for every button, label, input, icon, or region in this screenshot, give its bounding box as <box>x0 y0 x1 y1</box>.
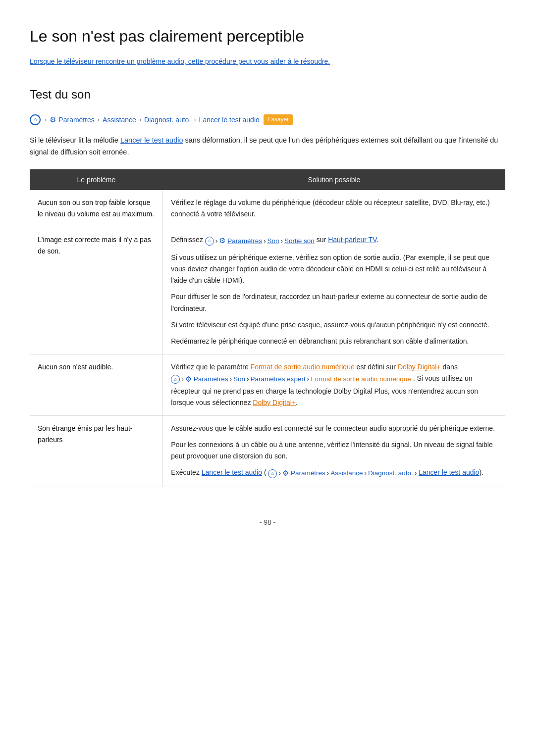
problem-cell-1: Aucun son ou son trop faible lorsque le … <box>30 190 163 227</box>
exec-link[interactable]: Lancer le test audio <box>202 468 262 476</box>
solution-para-4-2: Exécutez Lancer le test audio ( ⌂ › ⚙ Pa… <box>171 467 497 480</box>
crumb-params-expert[interactable]: Paramètres expert <box>251 374 306 385</box>
crumb-son[interactable]: Son <box>268 236 279 247</box>
crumb-parametres-2[interactable]: Paramètres <box>194 374 228 385</box>
solution-para-4-0: Assurez-vous que le câble audio est conn… <box>171 423 497 434</box>
solution-para-3-0: Vérifiez que le paramètre Format de sort… <box>171 361 497 408</box>
crumb-son-2[interactable]: Son <box>233 374 245 385</box>
solution-para-4-1: Pour les connexions à un câble ou à une … <box>171 439 497 462</box>
breadcrumb-lancer-test[interactable]: Lancer le test audio <box>199 114 260 125</box>
format-text5: . <box>296 399 298 406</box>
breadcrumb: ⌂ › ⚙ Paramètres › Assistance › Diagnost… <box>30 114 505 126</box>
solution-para-2-4: Redémarrez le périphérique connecté en d… <box>171 336 497 347</box>
solutions-table: Le problème Solution possible Aucun son … <box>30 169 505 487</box>
crumb-parametres[interactable]: Paramètres <box>227 236 262 247</box>
exec-prefix: Exécutez <box>171 468 201 476</box>
home-icon[interactable]: ⌂ <box>30 114 41 125</box>
breadcrumb-parametres[interactable]: Paramètres <box>58 114 94 125</box>
problem-cell-2: L'image est correcte mais il n'y a pas d… <box>30 227 163 354</box>
definissez-suffix: sur <box>317 236 328 244</box>
format-text3: dans <box>443 363 458 371</box>
crumb-assistance-3[interactable]: Assistance <box>330 468 363 479</box>
table-row: L'image est correcte mais il n'y a pas d… <box>30 227 505 354</box>
solution-para-2-0: Définissez ⌂ › ⚙ Paramètres › Son › Sort… <box>171 234 497 247</box>
exec-crumb: ⌂ › ⚙ Paramètres › Assistance › Diagnost… <box>268 467 417 480</box>
crumb-diagnost-3[interactable]: Diagnost. auto. <box>368 468 413 479</box>
format-link3[interactable]: Dolby Digital+ <box>253 399 296 406</box>
page-footer: - 98 - <box>30 517 505 528</box>
format-link1[interactable]: Format de sortie audio numérique <box>251 363 355 371</box>
crumb-format-sortie[interactable]: Format de sortie audio numérique <box>311 374 411 385</box>
breadcrumb-sep-2: › <box>139 115 141 125</box>
crumb-parametres-3[interactable]: Paramètres <box>291 468 325 479</box>
subtitle: Lorsque le téléviseur rencontre un probl… <box>30 56 505 67</box>
essayer-badge[interactable]: Essayer <box>264 114 293 125</box>
col-header-solution: Solution possible <box>163 169 505 190</box>
breadcrumb-sep-0: › <box>45 115 47 125</box>
format-before: Vérifiez que le paramètre <box>171 363 250 371</box>
breadcrumb-diagnost[interactable]: Diagnost. auto. <box>144 114 191 125</box>
solution-text-1: Vérifiez le réglage du volume du périphé… <box>171 199 489 218</box>
intro-text: Si le téléviseur lit la mélodie Lancer l… <box>30 135 505 158</box>
exec-suffix: ). <box>479 468 483 476</box>
gear-icon: ⚙ <box>50 114 56 126</box>
exec-link2[interactable]: Lancer le test audio <box>419 468 479 476</box>
home-sm-icon: ⌂ › ⚙ Paramètres › Son › Sortie son <box>205 235 315 247</box>
solution-cell-1: Vérifiez le réglage du volume du périphé… <box>163 190 505 227</box>
table-row: Aucun son ou son trop faible lorsque le … <box>30 190 505 227</box>
definissez-label: Définissez <box>171 236 203 244</box>
breadcrumb-sep-3: › <box>194 115 196 125</box>
solution-cell-2: Définissez ⌂ › ⚙ Paramètres › Son › Sort… <box>163 227 505 354</box>
format-link2[interactable]: Dolby Digital+ <box>398 363 441 371</box>
table-row: Son étrange émis par les haut-parleurs A… <box>30 415 505 487</box>
intro-link[interactable]: Lancer le test audio <box>120 136 183 144</box>
problem-cell-4: Son étrange émis par les haut-parleurs <box>30 415 163 487</box>
solution-para-2-3: Si votre téléviseur est équipé d'une pri… <box>171 319 497 331</box>
table-header-row: Le problème Solution possible <box>30 169 505 190</box>
solution-cell-3: Vérifiez que le paramètre Format de sort… <box>163 354 505 415</box>
table-row: Aucun son n'est audible. Vérifiez que le… <box>30 354 505 415</box>
problem-cell-3: Aucun son n'est audible. <box>30 354 163 415</box>
section-title: Test du son <box>30 85 505 104</box>
breadcrumb-assistance[interactable]: Assistance <box>103 114 136 125</box>
crumb-sortie-son[interactable]: Sortie son <box>284 236 315 247</box>
solution-para-2-1: Si vous utilisez un périphérique externe… <box>171 252 497 286</box>
exec-paren-open: ( <box>264 468 267 476</box>
solution-cell-4: Assurez-vous que le câble audio est conn… <box>163 415 505 487</box>
breadcrumb-sep-1: › <box>98 115 100 125</box>
format-crumb: ⌂ › ⚙ Paramètres › Son › Paramètres expe… <box>171 373 411 386</box>
format-text2: est défini sur <box>355 363 398 371</box>
intro-before: Si le téléviseur lit la mélodie <box>30 136 120 144</box>
solution-para-2-2: Pour diffuser le son de l'ordinateur, ra… <box>171 291 497 314</box>
col-header-problem: Le problème <box>30 169 163 190</box>
page-title: Le son n'est pas clairement perceptible <box>30 24 505 49</box>
haut-parleur-link[interactable]: Haut-parleur TV <box>328 236 376 244</box>
